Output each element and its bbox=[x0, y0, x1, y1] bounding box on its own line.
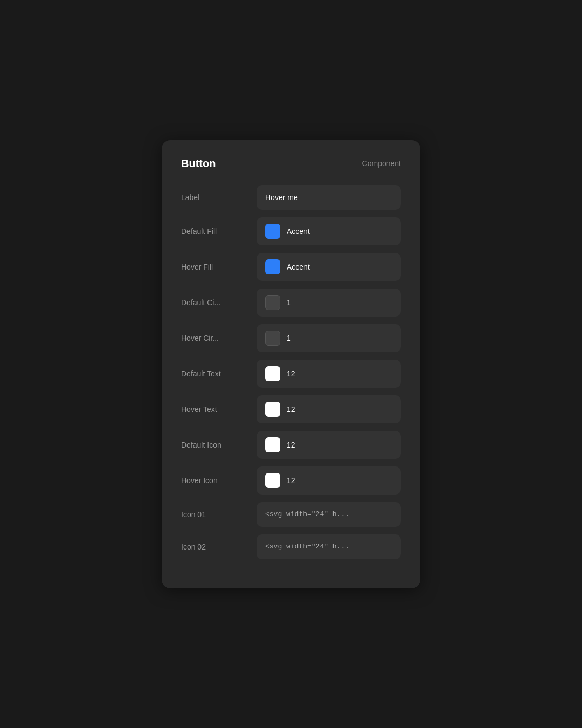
value-icon-02[interactable]: <svg width="24" h... bbox=[257, 534, 401, 559]
value-hover-fill[interactable]: Accent bbox=[257, 253, 401, 281]
label-hover-icon: Hover Icon bbox=[181, 476, 257, 485]
row-default-fill[interactable]: Default FillAccent bbox=[181, 217, 401, 245]
value-hover-text[interactable]: 12 bbox=[257, 395, 401, 423]
swatch-hover-text bbox=[265, 402, 280, 417]
label-hover-fill: Hover Fill bbox=[181, 263, 257, 271]
value-icon-01[interactable]: <svg width="24" h... bbox=[257, 502, 401, 527]
value-hover-icon[interactable]: 12 bbox=[257, 466, 401, 495]
row-icon-01[interactable]: Icon 01<svg width="24" h... bbox=[181, 502, 401, 527]
text-hover-fill: Accent bbox=[287, 263, 310, 271]
row-hover-cir[interactable]: Hover Cir...1 bbox=[181, 324, 401, 352]
text-label: Hover me bbox=[265, 193, 298, 202]
value-default-ci[interactable]: 1 bbox=[257, 289, 401, 317]
rows-container: LabelHover meDefault FillAccentHover Fil… bbox=[181, 185, 401, 559]
row-hover-fill[interactable]: Hover FillAccent bbox=[181, 253, 401, 281]
panel-badge: Component bbox=[362, 159, 401, 168]
row-hover-icon[interactable]: Hover Icon12 bbox=[181, 466, 401, 495]
row-default-ci[interactable]: Default Ci...1 bbox=[181, 289, 401, 317]
label-default-icon: Default Icon bbox=[181, 441, 257, 449]
text-hover-icon: 12 bbox=[287, 476, 295, 485]
text-hover-text: 12 bbox=[287, 405, 295, 414]
panel-title: Button bbox=[181, 157, 216, 170]
label-hover-text: Hover Text bbox=[181, 405, 257, 414]
swatch-default-icon bbox=[265, 437, 280, 452]
value-default-text[interactable]: 12 bbox=[257, 360, 401, 388]
label-label: Label bbox=[181, 193, 257, 202]
row-label[interactable]: LabelHover me bbox=[181, 185, 401, 210]
label-icon-01: Icon 01 bbox=[181, 510, 257, 519]
text-hover-cir: 1 bbox=[287, 334, 291, 342]
swatch-default-ci bbox=[265, 295, 280, 310]
text-default-fill: Accent bbox=[287, 227, 310, 236]
swatch-hover-fill bbox=[265, 259, 280, 274]
panel-header: Button Component bbox=[181, 157, 401, 170]
value-default-icon[interactable]: 12 bbox=[257, 431, 401, 459]
swatch-default-text bbox=[265, 366, 280, 381]
row-default-text[interactable]: Default Text12 bbox=[181, 360, 401, 388]
svg-text-icon-02: <svg width="24" h... bbox=[265, 542, 349, 551]
text-default-text: 12 bbox=[287, 369, 295, 378]
swatch-hover-icon bbox=[265, 473, 280, 488]
label-hover-cir: Hover Cir... bbox=[181, 334, 257, 342]
swatch-hover-cir bbox=[265, 331, 280, 346]
label-default-ci: Default Ci... bbox=[181, 298, 257, 307]
label-icon-02: Icon 02 bbox=[181, 542, 257, 551]
text-default-ci: 1 bbox=[287, 298, 291, 307]
value-label[interactable]: Hover me bbox=[257, 185, 401, 210]
swatch-default-fill bbox=[265, 224, 280, 239]
row-hover-text[interactable]: Hover Text12 bbox=[181, 395, 401, 423]
value-hover-cir[interactable]: 1 bbox=[257, 324, 401, 352]
label-default-text: Default Text bbox=[181, 369, 257, 378]
label-default-fill: Default Fill bbox=[181, 227, 257, 236]
button-component-panel: Button Component LabelHover meDefault Fi… bbox=[162, 140, 420, 588]
row-icon-02[interactable]: Icon 02<svg width="24" h... bbox=[181, 534, 401, 559]
text-default-icon: 12 bbox=[287, 441, 295, 449]
value-default-fill[interactable]: Accent bbox=[257, 217, 401, 245]
row-default-icon[interactable]: Default Icon12 bbox=[181, 431, 401, 459]
svg-text-icon-01: <svg width="24" h... bbox=[265, 510, 349, 518]
